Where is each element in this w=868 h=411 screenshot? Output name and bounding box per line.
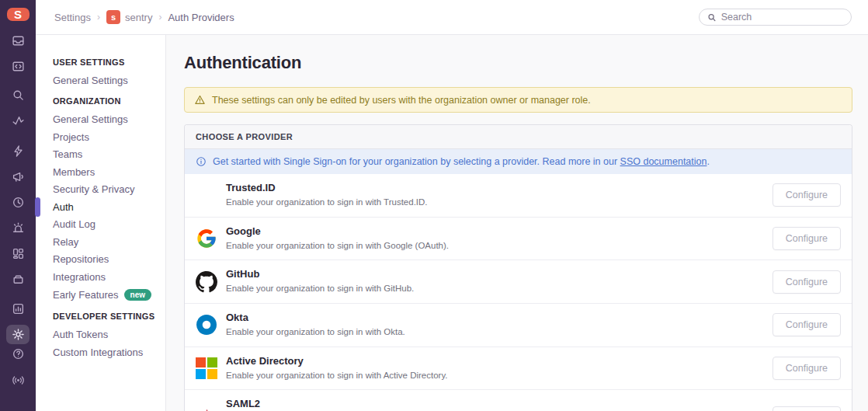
help-icon[interactable] [6, 344, 30, 364]
sidebar-item-relay[interactable]: Relay [53, 237, 158, 247]
sso-info-text: Get started with Single Sign-on for your… [213, 156, 710, 167]
provider-description: Enable your organization to sign in with… [226, 196, 428, 209]
configure-okta-button[interactable]: Configure [773, 313, 841, 336]
settings-icon[interactable] [6, 325, 30, 344]
sidebar-item-security-privacy[interactable]: Security & Privacy [53, 184, 158, 194]
sidebar-item-auth[interactable]: Auth [53, 202, 158, 212]
configure-saml2-button[interactable]: Configure [773, 406, 841, 411]
provider-row-okta: Okta Enable your organization to sign in… [185, 303, 852, 347]
provider-row-trustedid: Trusted.ID Enable your organization to s… [185, 174, 852, 217]
alerts-icon[interactable] [6, 218, 30, 238]
warning-icon [194, 94, 206, 106]
archive-icon[interactable] [6, 270, 30, 289]
breadcrumb: Settings › s sentry › Auth Providers [54, 10, 234, 24]
active-directory-logo-icon [196, 357, 217, 379]
google-logo-icon [196, 228, 217, 249]
new-badge: new [124, 289, 151, 301]
sso-info-prefix: Get started with Single Sign-on for your… [213, 156, 620, 167]
search-box[interactable] [699, 9, 852, 26]
sso-info-suffix: . [707, 156, 709, 167]
search-icon[interactable] [6, 85, 30, 105]
provider-row-active-directory: Active Directory Enable your organizatio… [185, 347, 852, 390]
rail-group-top [6, 31, 30, 76]
sidebar-item-teams[interactable]: Teams [53, 149, 158, 159]
search-icon [707, 12, 717, 23]
sidebar-item-user-general-settings[interactable]: General Settings [53, 75, 158, 85]
trustedid-logo-icon [196, 184, 217, 206]
configure-google-button[interactable]: Configure [773, 227, 841, 250]
github-logo-icon [196, 271, 217, 293]
provider-description: Enable your organization to sign in with… [226, 369, 448, 382]
provider-description: Enable your organization to sign in with… [226, 282, 414, 295]
sidebar-item-audit-log[interactable]: Audit Log [53, 219, 158, 229]
topbar: Settings › s sentry › Auth Providers [36, 0, 868, 35]
org-avatar: s [106, 10, 120, 24]
stats-icon[interactable] [6, 299, 30, 319]
provider-row-google: Google Enable your organization to sign … [185, 217, 852, 260]
rail-group-discover [6, 85, 30, 131]
provider-description: Enable your organization to sign in with… [226, 239, 449, 253]
configure-trustedid-button[interactable]: Configure [773, 183, 841, 207]
sidebar-item-auth-tokens[interactable]: Auth Tokens [53, 329, 158, 340]
broadcast-icon[interactable] [6, 371, 30, 390]
sidebar-item-label: Early Features [53, 290, 119, 300]
panel-header: CHOOSE A PROVIDER [185, 125, 852, 149]
provider-panel: CHOOSE A PROVIDER Get started with Singl… [184, 124, 852, 411]
okta-logo-icon [196, 314, 217, 336]
collapse-icon[interactable] [6, 405, 30, 411]
nav-section-developer: DEVELOPER SETTINGS Auth Tokens Custom In… [53, 312, 158, 357]
feedback-icon[interactable] [6, 167, 30, 186]
breadcrumb-separator: › [97, 12, 100, 23]
sentry-logo[interactable]: S [7, 8, 30, 21]
nav-header-organization: ORGANIZATION [53, 96, 158, 106]
issues-icon[interactable] [6, 31, 30, 51]
sidebar-item-early-features[interactable]: Early Features new [53, 289, 158, 301]
provider-name: Okta [226, 312, 405, 323]
sidebar-item-integrations[interactable]: Integrations [53, 272, 158, 282]
page-title: Authentication [184, 53, 852, 73]
sidebar-item-projects[interactable]: Projects [53, 132, 158, 142]
sidebar-item-general-settings[interactable]: General Settings [53, 114, 158, 124]
provider-name: Active Directory [226, 355, 448, 367]
provider-name: Google [226, 225, 449, 237]
sso-documentation-link[interactable]: SSO documentation [620, 156, 707, 167]
configure-active-directory-button[interactable]: Configure [773, 357, 841, 380]
warning-text: These settings can only be edited by use… [212, 95, 591, 106]
rail-group-bottom [6, 344, 30, 411]
provider-row-saml2: SAML2 Enable your organization to sign i… [185, 389, 852, 411]
main-content: Authentication These settings can only b… [166, 35, 868, 411]
icon-rail: S [0, 0, 36, 411]
sidebar-item-repositories[interactable]: Repositories [53, 254, 158, 264]
search-input[interactable] [721, 12, 843, 23]
saml2-logo-icon [196, 407, 217, 411]
sso-info-row: Get started with Single Sign-on for your… [185, 149, 852, 174]
dashboards-icon[interactable] [6, 244, 30, 263]
nav-section-organization: ORGANIZATION General Settings Projects T… [53, 96, 158, 301]
releases-icon[interactable] [6, 141, 30, 161]
nav-header-user-settings: USER SETTINGS [53, 57, 158, 67]
breadcrumb-org[interactable]: s sentry [106, 10, 152, 24]
projects-icon[interactable] [6, 57, 30, 76]
rail-group-settings [6, 299, 30, 344]
sidebar-item-custom-integrations[interactable]: Custom Integrations [53, 347, 158, 357]
provider-name: GitHub [226, 268, 414, 280]
nav-section-user: USER SETTINGS General Settings [53, 57, 158, 85]
provider-description: Enable your organization to sign in with… [226, 326, 405, 339]
sidebar-item-members[interactable]: Members [53, 167, 158, 177]
breadcrumb-org-label: sentry [125, 12, 152, 23]
nav-header-developer-settings: DEVELOPER SETTINGS [53, 312, 158, 321]
provider-name: SAML2 [226, 398, 707, 409]
breadcrumb-settings[interactable]: Settings [54, 12, 91, 23]
settings-sidebar: USER SETTINGS General Settings ORGANIZAT… [36, 35, 166, 411]
breadcrumb-separator: › [158, 12, 161, 23]
info-icon [196, 156, 207, 167]
provider-name: Trusted.ID [226, 182, 428, 193]
replays-icon[interactable] [6, 193, 30, 212]
warning-banner: These settings can only be edited by use… [184, 87, 852, 113]
provider-row-github: GitHub Enable your organization to sign … [185, 259, 852, 303]
rail-group-middle [6, 141, 30, 289]
performance-icon[interactable] [6, 111, 30, 131]
configure-github-button[interactable]: Configure [773, 270, 841, 294]
breadcrumb-current: Auth Providers [168, 12, 234, 23]
